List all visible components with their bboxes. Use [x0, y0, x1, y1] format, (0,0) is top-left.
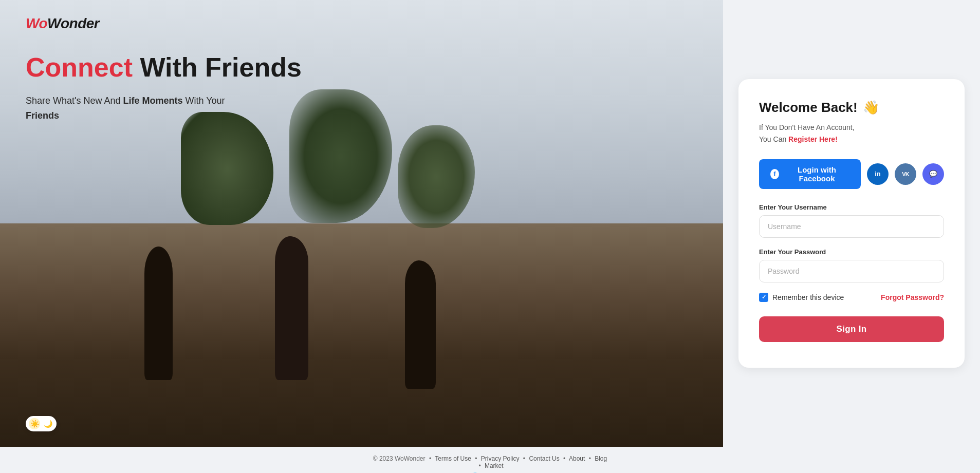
linkedin-login-button[interactable]: in [867, 163, 889, 185]
logo[interactable]: WoWonder [26, 15, 99, 32]
logo-wo: Wo [26, 15, 47, 31]
dot-6: • [478, 462, 480, 469]
welcome-title: Welcome Back! 👋 [759, 100, 944, 116]
hero-panel: WoWonder Connect With Friends Share What… [0, 0, 723, 447]
dot-4: • [563, 455, 565, 462]
headline-sub: Share What's New And Life Moments With Y… [26, 93, 242, 123]
vk-icon: VK [902, 171, 909, 177]
subline-text: Share What's New And [26, 96, 123, 106]
footer-links: © 2023 WoWonder • Terms of Use • Privacy… [10, 455, 970, 469]
logo-wonder: onder [61, 15, 99, 31]
person-silhouette-1 [144, 247, 173, 380]
wave-emoji: 👋 [863, 100, 879, 116]
footer-privacy-link[interactable]: Privacy Policy [481, 455, 520, 462]
password-input[interactable] [759, 260, 944, 282]
remember-label: Remember this device [772, 293, 844, 301]
headline: Connect With Friends [26, 51, 302, 83]
username-label: Enter Your Username [759, 203, 944, 211]
headline-area: Connect With Friends Share What's New An… [26, 51, 302, 123]
register-link[interactable]: Register Here! [788, 135, 838, 143]
discord-login-button[interactable]: 💬 [922, 163, 944, 185]
dot-2: • [475, 455, 477, 462]
light-mode-icon[interactable]: ☀️ [29, 418, 40, 429]
username-input[interactable] [759, 215, 944, 238]
login-card: Welcome Back! 👋 If You Don't Have An Acc… [738, 79, 965, 368]
ground-bg [0, 223, 723, 447]
subline-rest: With Your [183, 96, 225, 106]
signin-button[interactable]: Sign In [759, 316, 944, 342]
theme-toggle[interactable]: ☀️ 🌙 [26, 416, 57, 431]
footer-copyright: © 2023 WoWonder [373, 455, 426, 462]
headline-connect: Connect [26, 52, 133, 82]
password-field-group: Enter Your Password [759, 248, 944, 282]
person-silhouette-2 [275, 236, 308, 380]
footer: © 2023 WoWonder • Terms of Use • Privacy… [0, 447, 980, 473]
remember-left: Remember this device [759, 293, 844, 302]
social-login-row: f Login with Facebook in VK 💬 [759, 159, 944, 189]
dark-mode-icon[interactable]: 🌙 [42, 418, 53, 429]
discord-icon: 💬 [929, 170, 937, 178]
subline-bold2: Friends [26, 110, 59, 121]
username-field-group: Enter Your Username [759, 203, 944, 238]
facebook-login-button[interactable]: f Login with Facebook [759, 159, 861, 189]
subline-bold: Life Moments [123, 96, 183, 106]
footer-terms-link[interactable]: Terms of Use [435, 455, 471, 462]
dot-5: • [589, 455, 591, 462]
footer-blog-link[interactable]: Blog [595, 455, 607, 462]
footer-contact-link[interactable]: Contact Us [529, 455, 559, 462]
login-panel: Welcome Back! 👋 If You Don't Have An Acc… [723, 0, 980, 447]
logo-w-bold: W [47, 15, 61, 31]
person-silhouette-3 [405, 260, 436, 389]
welcome-text: Welcome Back! [759, 100, 858, 116]
welcome-subtitle: If You Don't Have An Account, You Can Re… [759, 122, 944, 145]
headline-rest: With Friends [133, 52, 302, 82]
linkedin-icon: in [875, 170, 881, 178]
subtitle-line1: If You Don't Have An Account, [759, 123, 855, 131]
footer-about-link[interactable]: About [569, 455, 585, 462]
dot-3: • [523, 455, 525, 462]
facebook-button-label: Login with Facebook [784, 165, 849, 183]
remember-checkbox[interactable] [759, 293, 768, 302]
vk-login-button[interactable]: VK [895, 163, 916, 185]
dot-1: • [429, 455, 431, 462]
forgot-password-link[interactable]: Forgot Password? [881, 293, 944, 301]
footer-market-link[interactable]: Market [485, 462, 504, 469]
remember-forgot-row: Remember this device Forgot Password? [759, 293, 944, 302]
subtitle-line2: You Can [759, 135, 788, 143]
password-label: Enter Your Password [759, 248, 944, 256]
facebook-icon: f [770, 169, 779, 179]
